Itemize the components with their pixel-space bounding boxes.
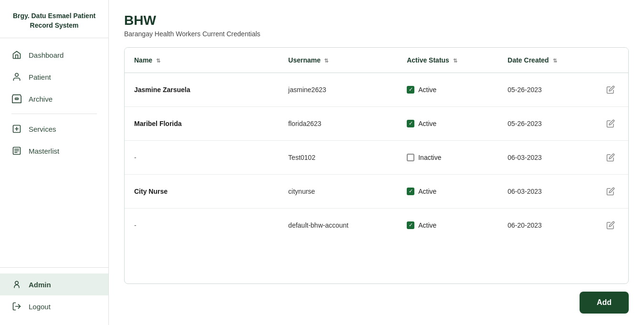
cell-date-1: 05-26-2023	[498, 106, 593, 140]
sidebar-item-admin-label: Admin	[29, 281, 51, 289]
sort-icon-username: ⇅	[324, 58, 328, 64]
sidebar-bottom: Admin Logout	[0, 267, 108, 325]
col-active-status-label: Active Status	[407, 56, 449, 64]
col-username-label: Username	[288, 56, 321, 64]
cell-date-4: 06-20-2023	[498, 208, 593, 242]
add-button[interactable]: Add	[580, 292, 629, 314]
sort-icon-name: ⇅	[156, 58, 160, 64]
checkbox-active-icon: ✓	[407, 188, 414, 195]
sort-icon-date: ⇅	[553, 58, 557, 64]
sidebar-item-services[interactable]: Services	[0, 118, 108, 140]
admin-icon	[11, 279, 22, 290]
col-active-status[interactable]: Active Status ⇅	[397, 48, 498, 73]
table-header: Name ⇅ Username ⇅ Active Status ⇅ Date C…	[125, 48, 628, 73]
sidebar-item-services-label: Services	[29, 125, 56, 133]
bhw-table: Name ⇅ Username ⇅ Active Status ⇅ Date C…	[125, 48, 628, 242]
col-date-created[interactable]: Date Created ⇅	[498, 48, 593, 73]
cell-name-1: Maribel Florida	[125, 106, 279, 140]
cell-name-3: City Nurse	[125, 174, 279, 208]
checkbox-active-icon: ✓	[407, 221, 414, 229]
sidebar-nav: Dashboard Patient Archive	[0, 38, 108, 267]
page-title: BHW	[124, 13, 629, 28]
table-body: Jasmine Zarsuelajasmine2623✓Active05-26-…	[125, 73, 628, 242]
sidebar-header: Brgy. Datu Esmael Patient Record System	[0, 0, 108, 38]
cell-action-3	[593, 174, 628, 208]
bhw-table-container: Name ⇅ Username ⇅ Active Status ⇅ Date C…	[124, 47, 629, 284]
cell-username-2: Test0102	[279, 140, 397, 174]
sidebar-item-masterlist-label: Masterlist	[29, 147, 59, 155]
sidebar-item-logout-label: Logout	[29, 303, 51, 311]
sidebar-item-dashboard[interactable]: Dashboard	[0, 44, 108, 66]
cell-date-3: 06-03-2023	[498, 174, 593, 208]
cell-action-1	[593, 106, 628, 140]
status-label-1: Active	[418, 120, 436, 127]
org-name: Brgy. Datu Esmael Patient Record System	[10, 11, 99, 30]
cell-username-3: citynurse	[279, 174, 397, 208]
home-icon	[11, 50, 22, 60]
logout-icon	[11, 301, 22, 312]
services-icon	[11, 124, 22, 134]
cell-name-0: Jasmine Zarsuela	[125, 73, 279, 106]
cell-action-2	[593, 140, 628, 174]
cell-date-2: 06-03-2023	[498, 140, 593, 174]
cell-status-3: ✓Active	[397, 174, 498, 208]
nav-divider	[11, 114, 97, 114]
sidebar-item-archive-label: Archive	[29, 95, 53, 103]
status-label-4: Active	[418, 221, 436, 229]
page-subtitle: Barangay Health Workers Current Credenti…	[124, 30, 629, 38]
col-date-created-label: Date Created	[507, 56, 549, 64]
cell-action-4	[593, 208, 628, 242]
col-name[interactable]: Name ⇅	[125, 48, 279, 73]
edit-button-1[interactable]	[602, 117, 619, 130]
col-name-label: Name	[134, 56, 152, 64]
table-row: -default-bhw-account✓Active06-20-2023	[125, 208, 628, 242]
sidebar-item-dashboard-label: Dashboard	[29, 51, 63, 59]
col-actions	[593, 48, 628, 73]
cell-name-2: -	[125, 140, 279, 174]
checkbox-active-icon: ✓	[407, 86, 414, 94]
edit-button-0[interactable]	[602, 84, 619, 96]
sidebar-item-masterlist[interactable]: Masterlist	[0, 140, 108, 162]
masterlist-icon	[11, 146, 22, 156]
add-btn-row: Add	[124, 292, 629, 314]
svg-point-0	[15, 73, 19, 77]
table-row: -Test0102Inactive06-03-2023	[125, 140, 628, 174]
sidebar-item-admin[interactable]: Admin	[0, 273, 108, 295]
sidebar-item-logout[interactable]: Logout	[0, 295, 108, 317]
status-label-3: Active	[418, 188, 436, 195]
edit-button-4[interactable]	[602, 219, 619, 231]
cell-status-2: Inactive	[397, 140, 498, 174]
table-row: City Nursecitynurse✓Active06-03-2023	[125, 174, 628, 208]
checkbox-active-icon: ✓	[407, 120, 414, 127]
table-row: Maribel Floridaflorida2623✓Active05-26-2…	[125, 106, 628, 140]
cell-status-4: ✓Active	[397, 208, 498, 242]
person-icon	[11, 72, 22, 82]
checkbox-inactive-icon	[407, 154, 414, 161]
cell-username-0: jasmine2623	[279, 73, 397, 106]
svg-point-10	[15, 281, 19, 284]
archive-icon	[11, 94, 22, 104]
sidebar-item-patient-label: Patient	[29, 73, 51, 81]
cell-date-0: 05-26-2023	[498, 73, 593, 106]
main-content: BHW Barangay Health Workers Current Cred…	[109, 0, 644, 325]
sidebar-item-patient[interactable]: Patient	[0, 66, 108, 88]
sidebar-item-archive[interactable]: Archive	[0, 88, 108, 110]
cell-status-1: ✓Active	[397, 106, 498, 140]
cell-username-4: default-bhw-account	[279, 208, 397, 242]
sort-icon-status: ⇅	[453, 58, 457, 64]
col-username[interactable]: Username ⇅	[279, 48, 397, 73]
cell-status-0: ✓Active	[397, 73, 498, 106]
edit-button-3[interactable]	[602, 185, 619, 198]
table-row: Jasmine Zarsuelajasmine2623✓Active05-26-…	[125, 73, 628, 106]
status-label-0: Active	[418, 86, 436, 94]
cell-action-0	[593, 73, 628, 106]
sidebar: Brgy. Datu Esmael Patient Record System …	[0, 0, 109, 325]
edit-button-2[interactable]	[602, 151, 619, 164]
cell-name-4: -	[125, 208, 279, 242]
cell-username-1: florida2623	[279, 106, 397, 140]
status-label-2: Inactive	[418, 154, 441, 161]
